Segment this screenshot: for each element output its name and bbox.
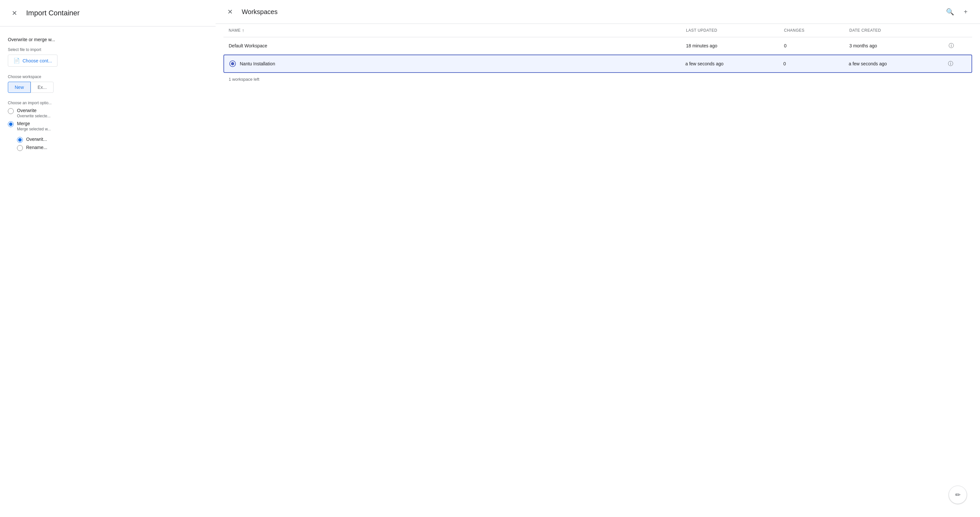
workspace-count: 1 workspace left [223,73,972,86]
search-button[interactable]: 🔍 [943,5,956,18]
search-icon: 🔍 [946,8,954,16]
choose-file-label: Choose cont... [22,58,52,64]
import-options: Choose an import optio... Overwrite Over… [8,101,211,151]
import-radio-group: Overwrite Overwrite selecte... Merge Mer… [8,108,211,151]
col-changes-label: Changes [784,28,805,33]
file-section-label: Select file to import [8,47,211,52]
close-icon: ✕ [12,9,18,17]
merge-label-group: Merge Merge selected w... [17,121,51,131]
overwrite-label: Overwrite [17,108,51,113]
col-created-label: Date Created [850,28,881,33]
overwrite-option: Overwrite Overwrite selecte... [8,108,211,118]
table-row[interactable]: Default Workspace 18 minutes ago 0 3 mon… [223,37,972,54]
add-workspace-button[interactable]: + [959,5,972,18]
col-changes-header: Changes [784,28,850,33]
workspace-section: Choose workspace New Ex... [8,75,211,93]
info-button[interactable]: ⓘ [947,60,955,68]
workspace-info[interactable]: ⓘ [947,42,967,49]
workspace-section-label: Choose workspace [8,75,211,79]
info-button[interactable]: ⓘ [947,42,955,49]
workspace-date-created: a few seconds ago [849,61,947,66]
workspace-name-cell: Nantu Installation [229,61,685,67]
workspace-name: Nantu Installation [240,61,275,66]
workspace-info[interactable]: ⓘ [947,60,966,68]
workspace-radio-selected [229,61,236,67]
dialog-close-button[interactable]: ✕ [223,5,237,18]
overwrite-desc: Overwrite selecte... [17,114,51,118]
import-panel: ✕ Import Container Overwrite or merge w.… [0,0,219,517]
sub-rename-radio[interactable] [17,145,23,151]
import-close-button[interactable]: ✕ [8,6,21,20]
sub-overwrite-label: Overwrit... [26,137,47,142]
tab-new[interactable]: New [8,82,31,93]
workspace-changes: 0 [783,61,849,66]
sub-radio-group: Overwrit... Rename... [17,137,211,151]
sub-rename-label: Rename... [26,145,48,150]
workspace-last-updated: 18 minutes ago [686,43,784,48]
sub-overwrite-radio[interactable] [17,137,23,143]
overwrite-section-title: Overwrite or merge w... [8,37,211,42]
import-title: Import Container [26,9,80,17]
merge-option: Merge Merge selected w... [8,121,211,131]
import-body: Overwrite or merge w... Select file to i… [0,27,218,161]
col-actions-header [947,28,967,33]
workspace-tabs: New Ex... [8,82,211,93]
col-updated-header: Last Updated [686,28,784,33]
tab-existing[interactable]: Ex... [31,82,54,93]
workspaces-table-container: Name ↑ Last Updated Changes Date Created… [216,24,980,86]
col-name-label: Name [229,28,241,33]
dialog-header: ✕ Workspaces 🔍 + [216,0,980,24]
workspace-last-updated: a few seconds ago [685,61,783,66]
table-header: Name ↑ Last Updated Changes Date Created [223,24,972,37]
workspace-name: Default Workspace [229,43,686,48]
overwrite-radio[interactable] [8,108,14,114]
sort-icon: ↑ [242,28,245,33]
file-icon: 📄 [13,57,20,64]
sub-option-overwrite: Overwrit... [17,137,211,143]
choose-file-button[interactable]: 📄 Choose cont... [8,54,57,67]
col-created-header: Date Created [850,28,947,33]
dialog-actions: 🔍 + [943,5,972,18]
dialog-close-icon: ✕ [228,8,233,16]
workspace-changes: 0 [784,43,850,48]
sub-option-rename: Rename... [17,145,211,151]
merge-desc: Merge selected w... [17,127,51,131]
import-header: ✕ Import Container [0,0,218,27]
import-option-label: Choose an import optio... [8,101,211,105]
overwrite-label-group: Overwrite Overwrite selecte... [17,108,51,118]
col-updated-label: Last Updated [686,28,718,33]
col-name-header: Name ↑ [229,28,686,33]
merge-radio[interactable] [8,121,14,127]
table-row[interactable]: Nantu Installation a few seconds ago 0 a… [223,54,972,73]
workspaces-dialog: ✕ Workspaces 🔍 + Name ↑ Last Updated Cha… [216,0,980,517]
fab-edit-button[interactable]: ✏ [949,486,967,504]
workspace-date-created: 3 months ago [850,43,947,48]
merge-label: Merge [17,121,51,126]
dialog-title: Workspaces [242,8,938,16]
fab-edit-icon: ✏ [955,491,961,499]
add-icon: + [964,8,967,16]
